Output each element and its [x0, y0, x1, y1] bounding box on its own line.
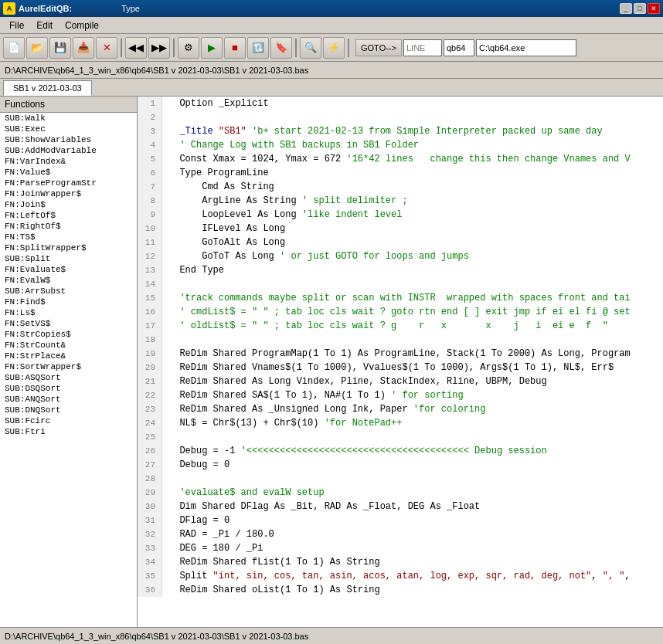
menu-compile[interactable]: Compile [59, 19, 105, 32]
code-line: 34 ReDim Shared fList(1 To 1) As String [138, 555, 663, 569]
code-line: 33 DEG = 180 / _Pi [138, 541, 663, 555]
function-item[interactable]: SUB:Split [0, 253, 137, 264]
code-line: 29 'evaluate$ and evalW setup [138, 486, 663, 500]
function-item[interactable]: FN:SortWrapper$ [0, 361, 137, 372]
line-input[interactable] [403, 39, 442, 56]
line-number: 34 [138, 555, 162, 569]
function-item[interactable]: FN:EvalW$ [0, 275, 137, 286]
line-number: 33 [138, 541, 162, 555]
close-file-button[interactable]: ✕ [96, 37, 117, 59]
function-item[interactable]: SUB:Walk [0, 113, 137, 124]
function-item[interactable]: FN:StrCount& [0, 340, 137, 351]
function-item[interactable]: FN:SetVS$ [0, 318, 137, 329]
prev-button[interactable]: ◀◀ [125, 37, 147, 59]
minimize-button[interactable]: _ [620, 3, 632, 14]
function-item[interactable]: SUB:Fcirc [0, 415, 137, 426]
line-code: 'evaluate$ and evalW setup [162, 486, 663, 500]
line-number: 4 [138, 138, 162, 152]
functions-panel: Functions SUB:WalkSUB:ExecSUB:ShowVariab… [0, 97, 138, 627]
search-button[interactable]: 🔍 [300, 37, 321, 59]
function-item[interactable]: FN:ParseProgramStr [0, 178, 137, 188]
line-code: LoopLevel As Long 'like indent level [162, 208, 663, 222]
line-code: GoToT As Long ' or just GOTO for loops a… [162, 249, 663, 263]
save-button[interactable]: 💾 [49, 37, 71, 59]
code-line: 15 'track commands maybe split or scan w… [138, 291, 663, 305]
function-item[interactable]: SUB:ShowVariables [0, 134, 137, 145]
title-bar-left: A AurelEditQB: Type [3, 2, 140, 15]
next-button[interactable]: ▶▶ [148, 37, 170, 59]
line-number: 35 [138, 569, 162, 583]
flash-button[interactable]: ⚡ [323, 37, 345, 59]
separator-4 [348, 39, 349, 57]
reload-button[interactable]: 🔃 [247, 37, 269, 59]
line-code: ReDim Shared SA$(1 To 1), NA#(1 To 1) ' … [162, 388, 663, 402]
line-code: ReDim Shared As _Unsigned Long Ink, Pape… [162, 402, 663, 416]
function-item[interactable]: SUB:ArrSubst [0, 286, 137, 297]
function-item[interactable]: FN:VarIndex& [0, 156, 137, 167]
stop-button[interactable]: ■ [224, 37, 246, 59]
function-item[interactable]: FN:Evaluate$ [0, 264, 137, 275]
function-item[interactable]: SUB:Ftri [0, 426, 137, 437]
function-item[interactable]: SUB:DNQSort [0, 405, 137, 415]
function-item[interactable]: FN:Join$ [0, 199, 137, 210]
line-code: ReDim Shared oList(1 To 1) As String [162, 583, 663, 597]
code-line: 7 Cmd As String [138, 180, 663, 194]
code-line: 16 ' cmdList$ = " " ; tab loc cls wait ?… [138, 305, 663, 319]
line-number: 29 [138, 486, 162, 500]
settings-button[interactable]: ⚙ [178, 37, 199, 59]
menu-edit[interactable]: Edit [30, 19, 59, 32]
goto-button[interactable]: GOTO--> [355, 39, 402, 56]
line-code: DFlag = 0 [162, 514, 663, 527]
function-item[interactable]: FN:JoinWrapper$ [0, 188, 137, 199]
status-bar: D:\ARCHIVE\qb64_1_3_win_x86\qb64\SB1 v 2… [0, 627, 663, 644]
code-line: 12 GoToT As Long ' or just GOTO for loop… [138, 249, 663, 263]
function-item[interactable]: FN:TS$ [0, 232, 137, 242]
line-number: 13 [138, 263, 162, 277]
qb64-input[interactable] [444, 39, 474, 56]
tab-sb1[interactable]: SB1 v 2021-03-03 [3, 80, 92, 96]
code-content: 1 Option _Explicit23 _Title "SB1" 'b+ st… [138, 97, 663, 597]
function-item[interactable]: SUB:DSQSort [0, 383, 137, 394]
code-line: 24 NL$ = Chr$(13) + Chr$(10) 'for NotePa… [138, 416, 663, 430]
run-button[interactable]: ▶ [201, 37, 223, 59]
code-editor[interactable]: 1 Option _Explicit23 _Title "SB1" 'b+ st… [138, 97, 663, 627]
line-number: 20 [138, 361, 162, 375]
code-line: 19 ReDim Shared ProgramMap(1 To 1) As Pr… [138, 347, 663, 361]
line-code: ReDim Shared As Long Vindex, Pline, Stac… [162, 375, 663, 388]
function-item[interactable]: FN:Find$ [0, 297, 137, 307]
line-code: ' oldList$ = " " ; tab loc cls wait ? g … [162, 319, 663, 333]
function-item[interactable]: FN:StrPlace& [0, 351, 137, 361]
function-item[interactable]: FN:StrCopies$ [0, 329, 137, 340]
code-scroll[interactable]: 1 Option _Explicit23 _Title "SB1" 'b+ st… [138, 97, 663, 627]
code-line: 6 Type ProgramLine [138, 166, 663, 180]
line-number: 22 [138, 388, 162, 402]
function-item[interactable]: SUB:AddModVariable [0, 145, 137, 156]
line-number: 12 [138, 249, 162, 263]
path-input[interactable] [476, 39, 576, 56]
open-button[interactable]: 📂 [26, 37, 48, 59]
line-number: 18 [138, 333, 162, 347]
function-item[interactable]: FN:RightOf$ [0, 221, 137, 232]
new-button[interactable]: 📄 [3, 37, 25, 59]
close-button[interactable]: ✕ [648, 3, 660, 14]
toolbar: 📄 📂 💾 📥 ✕ ◀◀ ▶▶ ⚙ ▶ ■ 🔃 🔖 🔍 ⚡ GOTO--> [0, 34, 663, 62]
line-number: 7 [138, 180, 162, 194]
menu-file[interactable]: File [3, 19, 30, 32]
function-item[interactable]: FN:Value$ [0, 167, 137, 178]
function-item[interactable]: FN:Ls$ [0, 307, 137, 318]
function-item[interactable]: SUB:Exec [0, 124, 137, 134]
line-code: ReDim Shared fList(1 To 1) As String [162, 555, 663, 569]
function-item[interactable]: SUB:ASQSort [0, 372, 137, 383]
code-line: 1 Option _Explicit [138, 97, 663, 110]
bookmark-button[interactable]: 🔖 [270, 37, 292, 59]
code-line: 26 Debug = -1 '<<<<<<<<<<<<<<<<<<<<<<<<<… [138, 444, 663, 458]
app-icon: A [3, 2, 15, 15]
function-item[interactable]: FN:LeftOf$ [0, 210, 137, 221]
line-number: 6 [138, 166, 162, 180]
function-item[interactable]: FN:SplitWrapper$ [0, 242, 137, 253]
save-as-button[interactable]: 📥 [73, 37, 94, 59]
function-item[interactable]: SUB:ANQSort [0, 394, 137, 405]
code-line: 11 GoToAlt As Long [138, 236, 663, 249]
maximize-button[interactable]: □ [634, 3, 646, 14]
line-code: IFLevel As Long [162, 222, 663, 236]
